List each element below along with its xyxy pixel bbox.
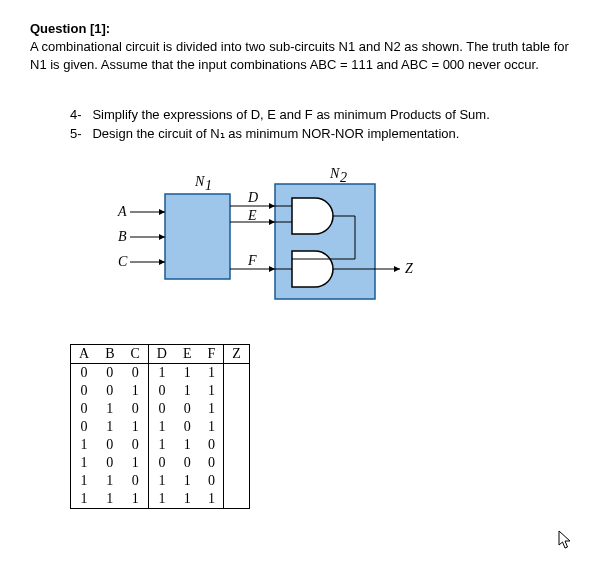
table-cell: 1	[71, 436, 98, 454]
task-4: 4- Simplify the expressions of D, E and …	[70, 105, 574, 125]
svg-marker-9	[159, 259, 165, 265]
svg-text:2: 2	[340, 170, 347, 185]
table-cell: 0	[148, 382, 175, 400]
wire-d: D	[247, 190, 258, 205]
table-cell: 0	[122, 363, 148, 382]
output-z: Z	[405, 261, 413, 276]
n2-label: N	[329, 166, 340, 181]
table-cell: 1	[200, 363, 224, 382]
svg-marker-5	[159, 209, 165, 215]
svg-marker-11	[269, 203, 275, 209]
table-cell: 0	[200, 472, 224, 490]
table-row: 000111	[71, 363, 250, 382]
th-e: E	[175, 344, 200, 363]
table-cell	[224, 382, 250, 400]
truth-table: A B C D E F Z 00011100101101000101110110…	[70, 344, 250, 509]
th-z: Z	[224, 344, 250, 363]
table-cell: 0	[175, 418, 200, 436]
th-f: F	[200, 344, 224, 363]
table-cell: 1	[148, 490, 175, 509]
table-cell: 1	[148, 363, 175, 382]
table-row: 011101	[71, 418, 250, 436]
table-cell: 0	[97, 454, 122, 472]
input-c: C	[118, 254, 128, 269]
table-cell: 1	[97, 418, 122, 436]
table-cell: 0	[97, 363, 122, 382]
svg-text:1: 1	[205, 178, 212, 193]
circuit-diagram: N1 N2 A B C D E F Z	[100, 164, 430, 324]
input-a: A	[117, 204, 127, 219]
task-5: 5- Design the circuit of N₁ as minimum N…	[70, 124, 574, 144]
table-cell: 1	[148, 472, 175, 490]
svg-marker-23	[394, 266, 400, 272]
table-cell: 0	[97, 382, 122, 400]
th-d: D	[148, 344, 175, 363]
table-body: 0001110010110100010111011001101010001101…	[71, 363, 250, 508]
table-cell: 0	[71, 418, 98, 436]
table-cell: 0	[71, 363, 98, 382]
table-cell	[224, 490, 250, 509]
table-row: 111111	[71, 490, 250, 509]
n1-label: N	[194, 174, 205, 189]
table-cell: 0	[71, 382, 98, 400]
svg-rect-0	[165, 194, 230, 279]
input-b: B	[118, 229, 127, 244]
table-cell: 1	[175, 363, 200, 382]
table-cell: 1	[122, 418, 148, 436]
table-row: 100110	[71, 436, 250, 454]
table-cell: 1	[122, 382, 148, 400]
table-row: 010001	[71, 400, 250, 418]
question-text-1: A combinational circuit is divided into …	[30, 39, 569, 54]
table-cell: 1	[200, 382, 224, 400]
table-cell: 1	[200, 490, 224, 509]
th-c: C	[122, 344, 148, 363]
table-cell	[224, 400, 250, 418]
table-header-row: A B C D E F Z	[71, 344, 250, 363]
table-cell: 1	[200, 400, 224, 418]
table-cell: 0	[122, 400, 148, 418]
table-cell: 0	[97, 436, 122, 454]
svg-marker-13	[269, 219, 275, 225]
table-cell: 1	[175, 382, 200, 400]
table-cell	[224, 454, 250, 472]
table-cell: 1	[97, 490, 122, 509]
question-label: Question [1]:	[30, 21, 110, 36]
table-cell: 1	[122, 490, 148, 509]
table-cell: 1	[175, 490, 200, 509]
wire-e: E	[247, 208, 257, 223]
table-cell: 0	[122, 472, 148, 490]
task-5-text: Design the circuit of N₁ as minimum NOR-…	[92, 126, 459, 141]
table-cell	[224, 363, 250, 382]
task-4-text: Simplify the expressions of D, E and F a…	[92, 107, 489, 122]
table-cell: 1	[97, 472, 122, 490]
table-cell: 1	[148, 418, 175, 436]
table-cell: 1	[200, 418, 224, 436]
table-cell: 0	[200, 454, 224, 472]
task-5-num: 5-	[70, 126, 82, 141]
table-cell: 0	[148, 454, 175, 472]
cursor-icon	[558, 530, 574, 555]
table-cell: 1	[97, 400, 122, 418]
table-cell: 0	[71, 400, 98, 418]
table-cell: 0	[148, 400, 175, 418]
table-cell: 1	[71, 454, 98, 472]
svg-marker-7	[159, 234, 165, 240]
table-cell: 1	[71, 490, 98, 509]
table-cell: 1	[122, 454, 148, 472]
table-cell	[224, 472, 250, 490]
question-text-2: N1 is given. Assume that the input combi…	[30, 57, 539, 72]
question-intro: Question [1]: A combinational circuit is…	[30, 20, 574, 75]
wire-f: F	[247, 253, 257, 268]
svg-marker-15	[269, 266, 275, 272]
table-cell: 1	[71, 472, 98, 490]
table-row: 001011	[71, 382, 250, 400]
table-row: 101000	[71, 454, 250, 472]
table-cell: 0	[175, 454, 200, 472]
table-cell: 0	[122, 436, 148, 454]
table-cell: 1	[175, 472, 200, 490]
table-cell: 0	[200, 436, 224, 454]
task-4-num: 4-	[70, 107, 82, 122]
th-a: A	[71, 344, 98, 363]
th-b: B	[97, 344, 122, 363]
table-cell: 1	[148, 436, 175, 454]
